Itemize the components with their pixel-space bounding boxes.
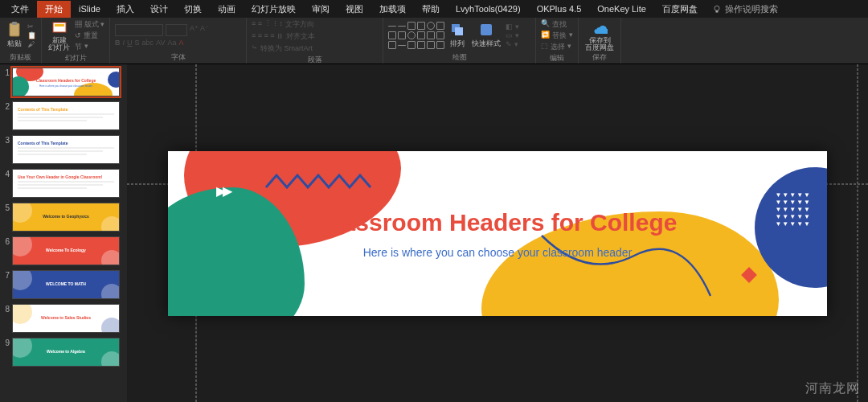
menu-tab-iSlide[interactable]: iSlide bbox=[71, 2, 108, 16]
slide-canvas[interactable]: ▶▶ ▼▼▼▼▼▼▼▼▼▼▼▼▼▼▼▼▼▼▼▼▼▼▼▼▼ Classroom H… bbox=[168, 151, 827, 316]
slide-thumbnail-6[interactable]: Welcome To Ecology bbox=[12, 236, 120, 265]
tell-me-search[interactable]: 操作说明搜索 bbox=[712, 3, 778, 15]
shapes-gallery[interactable] bbox=[388, 22, 444, 49]
slides-mini[interactable]: ▦ 版式 ▾ ↺ 重置 节▾ bbox=[75, 19, 104, 52]
group-label: 幻灯片 bbox=[47, 52, 104, 64]
menu-tab-OneKey Lite[interactable]: OneKey Lite bbox=[589, 2, 654, 16]
slide-thumbnail-5[interactable]: Welcome to Geophysics bbox=[12, 203, 120, 232]
new-slide-icon bbox=[51, 20, 68, 36]
svg-rect-2 bbox=[10, 23, 19, 36]
thumbnail-row: 6Welcome To Ecology bbox=[2, 236, 125, 265]
group-label: 剪贴板 bbox=[5, 51, 36, 63]
slide-thumbnail-4[interactable]: Use Your Own Header in Google Classroom! bbox=[12, 169, 120, 198]
thumbnail-number: 2 bbox=[2, 101, 10, 111]
svg-rect-8 bbox=[481, 24, 492, 35]
group-label: 段落 bbox=[252, 54, 378, 65]
quick-styles-icon bbox=[478, 22, 494, 38]
slide-canvas-area[interactable]: ▶▶ ▼▼▼▼▼▼▼▼▼▼▼▼▼▼▼▼▼▼▼▼▼▼▼▼▼ Classroom H… bbox=[127, 64, 868, 402]
arrow-decor: ▶▶ bbox=[216, 183, 229, 199]
save-to-cloud-button[interactable]: 保存到 百度网盘 bbox=[583, 20, 616, 51]
menu-tab-开始[interactable]: 开始 bbox=[37, 1, 71, 18]
thumbnail-number: 8 bbox=[2, 304, 10, 314]
menu-bar: 文件开始iSlide插入设计切换动画幻灯片放映审阅视图加载项帮助LvyhTool… bbox=[0, 0, 868, 18]
slide-thumbnail-8[interactable]: Welcome to Sales Studies bbox=[12, 304, 120, 333]
slide-thumbnail-2[interactable]: Contents of This Template bbox=[12, 101, 120, 130]
svg-rect-7 bbox=[455, 27, 463, 35]
bulb-icon bbox=[712, 4, 722, 14]
paste-label: 粘贴 bbox=[7, 39, 22, 49]
svg-rect-3 bbox=[12, 22, 17, 25]
slide-title[interactable]: Classroom Headers for College bbox=[168, 209, 827, 236]
thumbnail-number: 6 bbox=[2, 236, 10, 246]
save-label: 保存到 百度网盘 bbox=[585, 37, 614, 51]
slide-subtitle[interactable]: Here is where you can choose your classr… bbox=[168, 246, 827, 259]
arrange-label: 排列 bbox=[450, 39, 465, 49]
thumbnail-number: 4 bbox=[2, 169, 10, 178]
ribbon-group-clipboard: 粘贴 ✂📋🖌 剪贴板 bbox=[0, 18, 42, 64]
menu-tab-设计[interactable]: 设计 bbox=[142, 1, 176, 18]
ribbon-group-slides: 新建 幻灯片 ▦ 版式 ▾ ↺ 重置 节▾ 幻灯片 bbox=[42, 18, 110, 64]
slide-thumbnail-3[interactable]: Contents of This Template bbox=[12, 135, 120, 164]
thumbnail-number: 3 bbox=[2, 135, 10, 145]
svg-rect-4 bbox=[53, 23, 66, 32]
watermark: 河南龙网 bbox=[805, 380, 860, 397]
new-slide-label: 新建 幻灯片 bbox=[48, 37, 70, 51]
slide-thumbnail-1[interactable]: Classroom Headers for CollegeHere is whe… bbox=[12, 68, 120, 96]
group-label: 编辑 bbox=[541, 52, 573, 64]
select-icon: ⬚ bbox=[541, 42, 548, 52]
group-label: 保存 bbox=[583, 51, 616, 63]
cloud-save-icon bbox=[592, 20, 608, 36]
menu-tab-动画[interactable]: 动画 bbox=[210, 1, 244, 18]
menu-tab-幻灯片放映[interactable]: 幻灯片放映 bbox=[244, 1, 304, 18]
thumbnail-row: 9Welcome to Algebra bbox=[2, 338, 125, 367]
quick-styles-button[interactable]: 快速样式 bbox=[470, 22, 502, 49]
replace-icon: 🔁 bbox=[541, 31, 550, 41]
shape-format-mini[interactable]: ◧ ▾▭ ▾✎ ▾ bbox=[506, 23, 519, 48]
thumbnail-row: 4Use Your Own Header in Google Classroom… bbox=[2, 169, 125, 198]
thumbnail-row: 7WELCOME TO MATH bbox=[2, 270, 125, 299]
clipboard-mini-buttons[interactable]: ✂📋🖌 bbox=[27, 23, 36, 48]
group-label: 字体 bbox=[115, 51, 241, 63]
thumbnail-row: 8Welcome to Sales Studies bbox=[2, 304, 125, 333]
menu-tab-切换[interactable]: 切换 bbox=[176, 1, 210, 18]
menu-tab-插入[interactable]: 插入 bbox=[108, 1, 142, 18]
editing-mini[interactable]: 🔍查找 🔁替换▾ ⬚选择▾ bbox=[541, 19, 573, 52]
ribbon-group-drawing: 排列 快速样式 ◧ ▾▭ ▾✎ ▾ 绘图 bbox=[383, 18, 536, 64]
curve-line bbox=[538, 232, 714, 304]
menu-tab-OKPlus 4.5[interactable]: OKPlus 4.5 bbox=[529, 2, 590, 16]
menu-tab-LvyhTools(0429)[interactable]: LvyhTools(0429) bbox=[448, 2, 529, 16]
zigzag-line bbox=[264, 171, 385, 195]
menu-tab-百度网盘[interactable]: 百度网盘 bbox=[654, 1, 706, 18]
slide-thumbnail-9[interactable]: Welcome to Algebra bbox=[12, 338, 120, 367]
ribbon-group-editing: 🔍查找 🔁替换▾ ⬚选择▾ 编辑 bbox=[536, 18, 579, 64]
clipboard-icon bbox=[6, 22, 23, 38]
ribbon-group-paragraph: ≡ ≡ ⋮ ⫶ ↕文字方向 ≡ ≡ ≡ ≡ ⫼对齐文本 ⤷转换为 SmartAr… bbox=[247, 18, 383, 64]
new-slide-button[interactable]: 新建 幻灯片 bbox=[47, 20, 72, 51]
thumbnail-row: 3Contents of This Template bbox=[2, 135, 125, 164]
arrange-button[interactable]: 排列 bbox=[448, 22, 467, 49]
group-label: 绘图 bbox=[388, 51, 530, 63]
slide-thumbnails-panel[interactable]: 1Classroom Headers for CollegeHere is wh… bbox=[0, 64, 127, 402]
thumbnail-number: 7 bbox=[2, 270, 10, 280]
menu-tab-加载项[interactable]: 加载项 bbox=[371, 1, 414, 18]
find-icon: 🔍 bbox=[541, 19, 550, 30]
thumbnail-number: 5 bbox=[2, 203, 10, 212]
menu-tab-文件[interactable]: 文件 bbox=[3, 1, 37, 18]
menu-tab-审阅[interactable]: 审阅 bbox=[304, 1, 338, 18]
thumbnail-number: 9 bbox=[2, 338, 10, 347]
thumbnail-row: 5Welcome to Geophysics bbox=[2, 203, 125, 232]
thumbnail-row: 2Contents of This Template bbox=[2, 101, 125, 130]
arrange-icon bbox=[449, 22, 465, 38]
menu-tab-帮助[interactable]: 帮助 bbox=[414, 1, 448, 18]
svg-point-0 bbox=[714, 6, 719, 10]
paste-button[interactable]: 粘贴 bbox=[5, 22, 24, 49]
ribbon-group-save: 保存到 百度网盘 保存 bbox=[579, 18, 621, 64]
slide-thumbnail-7[interactable]: WELCOME TO MATH bbox=[12, 270, 120, 299]
thumbnail-number: 1 bbox=[2, 68, 10, 77]
menu-tab-视图[interactable]: 视图 bbox=[338, 1, 371, 18]
svg-rect-5 bbox=[55, 24, 64, 27]
quick-styles-label: 快速样式 bbox=[472, 39, 501, 49]
svg-rect-1 bbox=[715, 10, 718, 12]
workspace: 1Classroom Headers for CollegeHere is wh… bbox=[0, 64, 868, 402]
thumbnail-row: 1Classroom Headers for CollegeHere is wh… bbox=[2, 68, 125, 96]
